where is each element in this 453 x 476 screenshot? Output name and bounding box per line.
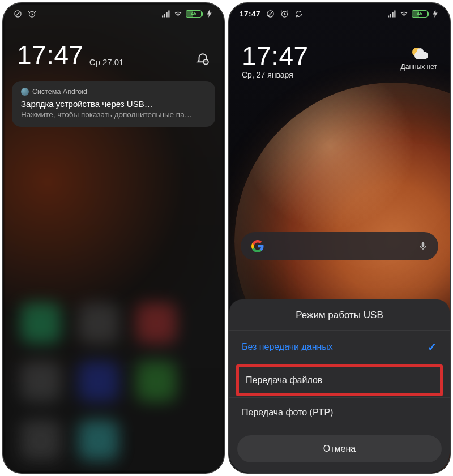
option-label: Без передачи данных [242,342,333,352]
svg-rect-4 [164,14,165,17]
svg-line-9 [268,11,273,16]
home-date: Ср, 27 января [242,70,437,79]
cancel-button[interactable]: Отмена [237,435,442,462]
battery-text: 45 [417,11,422,16]
phone-left: 45 17:47 Ср 27.01 Система Android Зарядк… [2,2,225,474]
notification-settings-icon[interactable] [195,52,210,67]
alarm-icon [280,10,289,18]
svg-rect-6 [168,10,169,17]
phone-right: 17:47 45 [228,2,451,474]
signal-icon [388,10,396,18]
status-bar: 45 [3,3,224,24]
signal-icon [162,10,170,18]
lock-date: Ср 27.01 [89,57,124,67]
lock-time: 17:47 [17,40,84,70]
wifi-icon [400,10,408,18]
alarm-icon [28,10,36,18]
check-icon: ✓ [428,340,437,354]
home-icons-blurred [3,291,224,473]
dnd-icon [14,10,22,18]
option-label: Передача фото (PTP) [242,408,333,418]
sheet-title: Режим работы USB [229,310,450,330]
svg-line-1 [16,11,20,16]
annotation-highlight-notification: Система Android Зарядка устройства через… [9,78,218,130]
usb-option-file-transfer[interactable]: Передача файлов [239,367,440,393]
svg-rect-13 [392,12,394,17]
svg-rect-14 [394,10,395,17]
battery-text: 45 [191,11,196,16]
weather-widget[interactable]: Данных нет [401,48,437,71]
lock-screen-header: 17:47 Ср 27.01 [3,24,224,78]
cancel-label: Отмена [323,444,356,453]
notification-app-name: Система Android [32,88,87,96]
home-clock-widget[interactable]: 17:47 Ср, 27 января Данных нет [229,24,450,79]
usb-option-ptp[interactable]: Передача фото (PTP) [229,397,450,427]
charging-icon [205,10,213,18]
dnd-icon [266,10,275,18]
status-time: 17:47 [240,10,260,18]
svg-rect-5 [166,12,168,17]
wifi-icon [174,10,182,18]
google-logo-icon [251,239,264,253]
charging-icon [431,10,439,18]
usb-notification[interactable]: Система Android Зарядка устройства через… [12,81,215,127]
battery-icon: 45 [186,10,202,18]
usb-option-no-data[interactable]: Без передачи данных ✓ [229,330,450,363]
svg-rect-3 [162,15,163,17]
svg-rect-11 [388,15,389,17]
sync-icon [294,10,303,18]
status-bar: 17:47 45 [229,3,450,24]
svg-rect-12 [390,14,391,17]
weather-label: Данных нет [401,63,437,71]
weather-icon [409,48,429,61]
usb-mode-sheet: Режим работы USB Без передачи данных ✓ П… [229,299,450,473]
battery-icon: 45 [412,10,428,18]
mic-icon[interactable] [418,240,428,252]
option-label: Передача файлов [246,375,322,385]
notification-title: Зарядка устройства через USB… [21,99,206,109]
android-system-icon [21,88,29,96]
annotation-highlight-file-transfer: Передача файлов [236,364,443,396]
google-search-bar[interactable] [241,232,438,260]
notification-body: Нажмите, чтобы показать дополнительные п… [21,110,206,119]
